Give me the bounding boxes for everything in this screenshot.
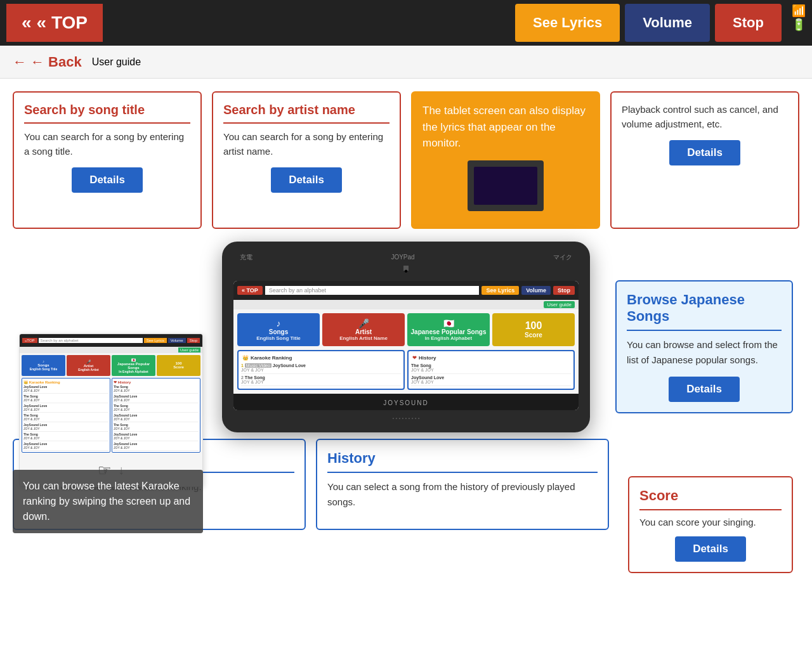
lyrics-display-text: The tablet screen can also display the l…: [422, 103, 589, 152]
stp-stop-btn[interactable]: Stop: [187, 338, 200, 343]
playback-details-button[interactable]: Details: [669, 140, 740, 165]
stp-ranking-song-1: JoySound LoveJOY & JOY: [23, 384, 108, 394]
stp-history-song-3: The SongJOY & JOY: [114, 403, 199, 413]
back-label: ← Back: [30, 54, 82, 70]
stp-lower-panels: 👑 Karaoke Ranking JoySound LoveJOY & JOY…: [20, 378, 202, 455]
heart-icon: ❤: [412, 355, 417, 361]
brand-label: JOYPad: [391, 254, 414, 261]
stp-songs-btn[interactable]: ♪SongsEnglish Song Title: [22, 355, 65, 376]
tablet-ranking-title: 👑 Karaoke Ranking: [241, 354, 401, 362]
stp-artist-btn[interactable]: 🎤ArtistEnglish Artist: [67, 355, 110, 376]
stp-japanese-btn[interactable]: 🇯🇵Japanese Popular SongsIn English Alpha…: [112, 355, 155, 376]
ranking-song-2-artist: JOY & JOY: [241, 380, 401, 384]
swipe-hint-text: You can browse the latest Karaoke rankin…: [23, 481, 190, 522]
tablet-ranking-row-2[interactable]: 2 The Song JOY & JOY: [241, 374, 401, 386]
small-tablet-preview: «TOP See Lyrics Volume Stop User guide ♪…: [19, 333, 203, 487]
stp-ranking-song-6: The SongJOY & JOY: [23, 432, 108, 441]
tablet-guide-btn[interactable]: User guide: [544, 301, 575, 308]
history-card: History You can select a song from the h…: [316, 439, 609, 530]
songs-sub-label: English Song Title: [240, 335, 317, 341]
tablet-volume-btn[interactable]: Volume: [521, 286, 551, 295]
tablet-top-indicators: 充電 JOYPad マイク: [233, 253, 579, 262]
stp-topbar: «TOP See Lyrics Volume Stop: [20, 334, 202, 347]
search-artist-text: You can search for a song by entering ar…: [223, 130, 390, 159]
music-note-icon: ♪: [240, 318, 317, 328]
score-card-title: Score: [639, 488, 782, 510]
back-bar: ← ← Back User guide: [0, 46, 812, 79]
see-lyrics-button[interactable]: See Lyrics: [515, 4, 620, 42]
tablet-preview-image: [468, 160, 544, 211]
score-card: Score You can score your singing. Detail…: [628, 476, 793, 573]
stop-button[interactable]: Stop: [715, 4, 782, 42]
search-song-title: Search by song title: [24, 103, 190, 124]
history-song-2-artist: JOY & JOY: [411, 380, 571, 384]
signal-icon: 📶 🔋: [792, 4, 806, 42]
stp-ranking-song-5: JoySound LoveJOY & JOY: [23, 422, 108, 432]
stp-history-song-5: The SongJOY & JOY: [114, 422, 199, 432]
tablet-history-row-2[interactable]: JoySound Love JOY & JOY: [411, 374, 571, 386]
content-wrapper: Search by song title You can search for …: [13, 91, 799, 530]
tablet-songs-btn[interactable]: ♪ Songs English Song Title: [237, 313, 320, 346]
stp-volume-btn[interactable]: Volume: [168, 338, 186, 343]
speaker-dots: • • • • • • • • •: [393, 415, 420, 421]
artist-sub-label: English Artist Name: [325, 335, 402, 341]
stp-ranking-song-2: The SongJOY & JOY: [23, 394, 108, 403]
stp-ranking-song-3: JoySound LoveJOY & JOY: [23, 403, 108, 413]
search-artist-details-button[interactable]: Details: [271, 167, 342, 193]
tablet-score-btn[interactable]: 100 Score: [492, 313, 575, 346]
stp-history-song-2: JoySound LoveJOY & JOY: [114, 394, 199, 403]
browse-card-title: Browse Japanese Songs: [627, 292, 782, 331]
tablet-speakers: • • • • • • • • •: [233, 415, 579, 421]
page-title: User guide: [92, 56, 141, 68]
search-song-text: You can search for a song by entering a …: [24, 130, 190, 159]
tablet-screen: « TOP See Lyrics Volume Stop User guide …: [233, 281, 579, 410]
device-section: «TOP See Lyrics Volume Stop User guide ♪…: [13, 242, 799, 432]
swipe-hint-panel: You can browse the latest Karaoke rankin…: [13, 470, 203, 533]
search-artist-card: Search by artist name You can search for…: [212, 91, 401, 229]
top-bar: « « TOP See Lyrics Volume Stop 📶 🔋: [0, 0, 812, 46]
history-card-text: You can select a song from the history o…: [327, 479, 598, 510]
stp-guide-bar: User guide: [20, 347, 202, 353]
stp-top-btn[interactable]: «TOP: [22, 338, 37, 343]
top-bar-controls: See Lyrics Volume Stop 📶 🔋: [515, 4, 806, 42]
history-card-title: History: [327, 450, 598, 473]
joysound-label: JOYSOUND: [383, 399, 429, 406]
volume-button[interactable]: Volume: [625, 4, 710, 42]
score-card-text: You can score your singing.: [639, 517, 782, 527]
tablet-ranking-row-1[interactable]: 1 Music Video JoySound Love JOY & JOY: [241, 362, 401, 374]
mic-indicator: マイク: [553, 253, 572, 262]
stp-history-song-1: The SongJOY & JOY: [114, 384, 199, 394]
search-song-details-button[interactable]: Details: [72, 167, 143, 193]
tablet-ranking-panel: 👑 Karaoke Ranking 1 Music Video JoySound…: [237, 350, 405, 390]
tablet-top-btn[interactable]: « TOP: [237, 286, 263, 295]
tablet-topbar: « TOP See Lyrics Volume Stop: [233, 281, 579, 300]
stp-history-panel: ❤ History The SongJOY & JOY JoySound Lov…: [112, 378, 200, 453]
stp-lyrics-btn[interactable]: See Lyrics: [144, 338, 167, 343]
tablet-history-row-1[interactable]: The Song JOY & JOY: [411, 362, 571, 374]
back-link[interactable]: ← ← Back: [13, 54, 82, 70]
tablet-search-input[interactable]: [265, 286, 480, 295]
stp-guide-btn[interactable]: User guide: [178, 347, 200, 353]
tablet-history-title: ❤ History: [411, 354, 571, 362]
browse-details-button[interactable]: Details: [669, 377, 740, 402]
ranking-title-text: Karaoke Ranking: [251, 355, 292, 361]
stp-search-input[interactable]: [39, 338, 143, 343]
search-artist-title: Search by artist name: [223, 103, 390, 124]
stp-history-song-7: JoySound LoveJOY & JOY: [114, 441, 199, 451]
rank-badge-1: 1: [241, 363, 244, 368]
stp-score-btn[interactable]: 100Score: [157, 355, 200, 376]
charge-indicator: 充電: [240, 253, 252, 262]
top-button[interactable]: « « TOP: [6, 4, 103, 42]
tablet-lyrics-btn[interactable]: See Lyrics: [481, 286, 519, 295]
back-arrow-icon: ←: [13, 54, 27, 70]
tablet-japanese-btn[interactable]: 🇯🇵 Japanese Popular Songs In English Alp…: [407, 313, 490, 346]
music-video-badge: Music Video: [245, 363, 272, 368]
japan-flag-icon: 🇯🇵: [410, 318, 487, 328]
info-cards-row: Search by song title You can search for …: [13, 91, 799, 229]
score-details-button[interactable]: Details: [675, 536, 746, 562]
browse-card: Browse Japanese Songs You can browse and…: [615, 280, 793, 413]
tablet-stop-btn[interactable]: Stop: [553, 286, 575, 295]
tablet-artist-btn[interactable]: 🎤 Artist English Artist Name: [322, 313, 405, 346]
tablet-guide-bar: User guide: [233, 300, 579, 309]
stp-history-title: ❤ History: [114, 380, 199, 384]
